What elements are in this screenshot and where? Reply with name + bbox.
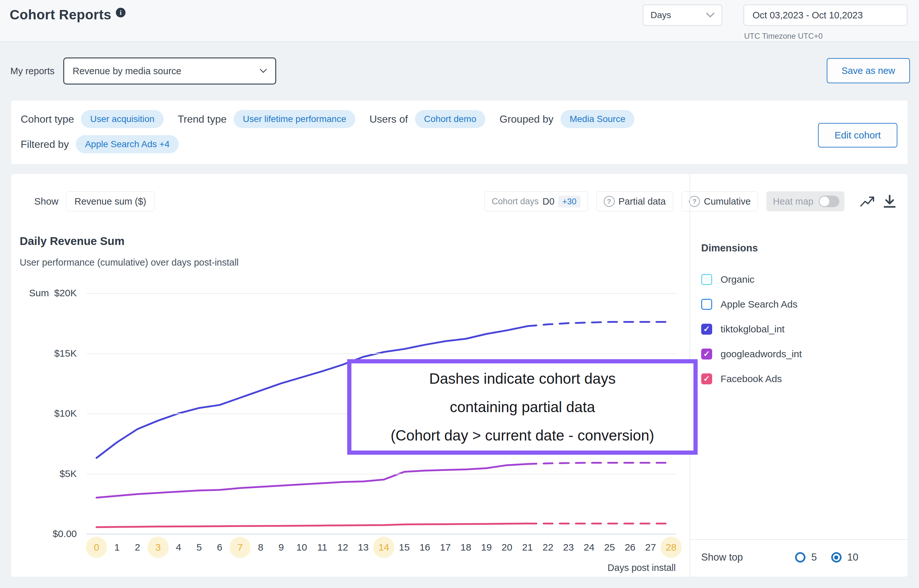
filter-chip[interactable]: User lifetime performance (234, 110, 355, 128)
chart-subtitle: User performance (cumulative) over days … (20, 257, 239, 268)
checkbox-checked[interactable] (701, 373, 712, 384)
x-tick-label: 16 (414, 537, 436, 558)
dimension-label: tiktokglobal_int (720, 324, 785, 334)
x-tick-label: 21 (517, 537, 538, 558)
filter-row: Cohort typeUser acquisitionTrend typeUse… (21, 110, 635, 128)
gridline (87, 474, 676, 474)
filter-chip[interactable]: User acquisition (81, 110, 163, 128)
partial-data-annotation: Dashes indicate cohort dayscontaining pa… (347, 359, 698, 455)
show-top-option[interactable]: 10 (831, 551, 858, 563)
gridline (87, 534, 676, 535)
checkbox-unchecked[interactable] (701, 299, 712, 310)
x-tick-label: 25 (599, 537, 620, 558)
radio-label: 10 (847, 551, 858, 563)
x-tick-label: 11 (312, 537, 333, 558)
gridline (87, 293, 676, 294)
date-range-input[interactable]: Oct 03,2023 - Oct 10,2023 (743, 5, 908, 26)
series-line-googleadwords_int (97, 464, 528, 498)
annotation-line: Dashes indicate cohort days (429, 364, 616, 393)
radio-label: 5 (811, 551, 817, 563)
cohort-days-value: D0 (543, 196, 554, 207)
divider (690, 539, 908, 540)
dimensions-list: OrganicApple Search Adstiktokglobal_intg… (701, 267, 802, 391)
x-tick-label: 10 (291, 537, 312, 558)
dimension-item[interactable]: Facebook Ads (701, 366, 802, 391)
x-tick-label: 2 (127, 537, 148, 558)
filter-row: Filtered byApple Search Ads +4 (21, 135, 635, 153)
filter-label: Cohort type (21, 113, 74, 125)
granularity-value: Days (651, 10, 671, 20)
cohort-days-label: Cohort days (492, 197, 539, 207)
filter-pair: Users ofCohort demo (370, 110, 485, 128)
save-as-new-button[interactable]: Save as new (827, 58, 910, 83)
checkbox-checked[interactable] (701, 324, 712, 334)
dimension-item[interactable]: tiktokglobal_int (701, 317, 802, 341)
dimension-label: Facebook Ads (720, 373, 782, 384)
x-tick-label: 24 (578, 537, 599, 558)
chevron-down-icon (260, 69, 267, 73)
x-tick-label: 18 (455, 537, 476, 558)
filter-chip[interactable]: Media Source (560, 110, 635, 128)
y-tick-label: $5K (11, 468, 77, 479)
x-tick-label-highlighted: 3 (147, 537, 169, 558)
x-tick-label: 20 (496, 537, 518, 558)
filter-chip[interactable]: Cohort demo (415, 110, 485, 128)
dimension-item[interactable]: googleadwords_int (701, 341, 802, 366)
x-tick-label-highlighted: 28 (661, 537, 682, 558)
x-tick-label: 22 (537, 537, 559, 558)
x-tick-label: 13 (353, 537, 374, 558)
show-top-options: 510 (795, 551, 858, 563)
chart-title: Daily Revenue Sum (20, 234, 124, 247)
x-tick-label: 15 (394, 537, 415, 558)
chart-card: Show Revenue sum ($) Cohort days D0 +30 … (11, 174, 908, 577)
filter-label: Filtered by (21, 139, 69, 150)
x-tick-label-highlighted: 0 (86, 537, 107, 558)
dimension-label: Organic (720, 274, 754, 285)
filter-chip[interactable]: Apple Search Ads +4 (76, 135, 178, 153)
x-tick-label: 8 (250, 537, 271, 558)
y-tick-label: $20K (11, 288, 77, 299)
edit-cohort-button[interactable]: Edit cohort (818, 123, 897, 147)
metric-select-button[interactable]: Revenue sum ($) (66, 191, 155, 212)
x-tick-label: 26 (620, 537, 641, 558)
partial-data-button[interactable]: Partial data (596, 191, 674, 212)
checkbox-checked[interactable] (701, 349, 712, 360)
top-bar: Cohort Reports Days Oct 03,2023 - Oct 10… (0, 0, 919, 42)
y-tick-label: $15K (11, 348, 77, 359)
dimensions-title: Dimensions (701, 242, 758, 254)
filter-pair: Filtered byApple Search Ads +4 (21, 135, 179, 153)
cohort-days-button[interactable]: Cohort days D0 +30 (485, 191, 588, 212)
radio-unselected[interactable] (795, 552, 806, 562)
dimension-item[interactable]: Apple Search Ads (701, 292, 802, 317)
x-tick-label-highlighted: 14 (373, 537, 394, 558)
filter-pair: Trend typeUser lifetime performance (178, 110, 355, 128)
page-title: Cohort Reports (10, 7, 111, 23)
checkbox-unchecked[interactable] (701, 274, 712, 285)
dimension-item[interactable]: Organic (701, 267, 802, 292)
x-tick-label-highlighted: 7 (229, 537, 251, 558)
x-tick-label: 4 (168, 537, 189, 558)
dimensions-panel: Dimensions OrganicApple Search Adstiktok… (690, 174, 908, 577)
show-label: Show (34, 191, 58, 212)
filter-rows: Cohort typeUser acquisitionTrend typeUse… (21, 110, 635, 153)
granularity-select[interactable]: Days (643, 5, 722, 26)
cohort-settings-card: Cohort typeUser acquisitionTrend typeUse… (11, 100, 908, 165)
radio-selected[interactable] (831, 552, 841, 562)
filter-label: Users of (370, 113, 408, 125)
x-tick-label: 5 (189, 537, 210, 558)
x-tick-label: 1 (107, 537, 128, 558)
report-select[interactable]: Revenue by media source (63, 57, 276, 84)
filter-label: Trend type (178, 113, 227, 125)
series-line-googleadwords_int-partial (528, 463, 671, 464)
dimension-label: Apple Search Ads (720, 299, 798, 310)
annotation-line: containing partial data (450, 393, 595, 421)
annotation-line: (Cohort day > current date - conversion) (391, 421, 654, 449)
show-top-option[interactable]: 5 (795, 551, 817, 563)
my-reports-label: My reports (10, 57, 55, 84)
date-range-value: Oct 03,2023 - Oct 10,2023 (753, 10, 863, 21)
x-tick-label: 12 (332, 537, 353, 558)
info-icon[interactable] (116, 8, 126, 18)
x-tick-label: 9 (270, 537, 292, 558)
partial-data-label: Partial data (619, 196, 666, 207)
series-line-Facebook Ads (97, 523, 528, 527)
